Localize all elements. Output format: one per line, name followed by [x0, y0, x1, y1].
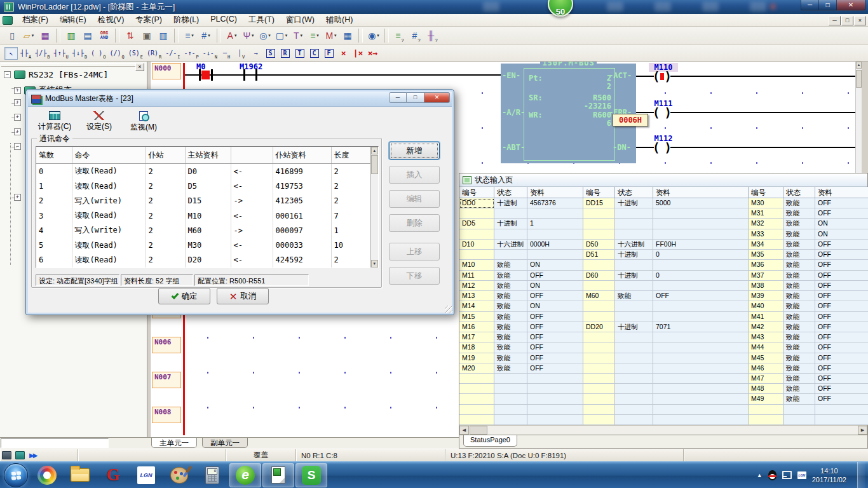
grid-cell[interactable]: M31	[749, 208, 783, 219]
s-function-tool[interactable]: S	[264, 47, 277, 60]
grid-cell[interactable]: M39	[749, 291, 783, 301]
grid-cell[interactable]: 十六进制	[494, 240, 527, 250]
network-config-icon[interactable]: ≡▾	[182, 28, 197, 43]
grid-cell[interactable]	[653, 332, 749, 342]
coil-not-tool[interactable]: (/)Q	[108, 47, 125, 60]
grid-cell[interactable]: OFF	[815, 301, 868, 311]
grid-cell[interactable]	[459, 405, 494, 415]
grid-cell[interactable]	[459, 229, 494, 240]
grid-cell[interactable]	[815, 405, 868, 415]
scroll-down-icon[interactable]: ▼	[371, 260, 379, 268]
grid-cell[interactable]	[653, 384, 749, 394]
grid-cell[interactable]	[615, 219, 653, 229]
close-button[interactable]: ✕	[837, 0, 865, 11]
grid-cell[interactable]: OFF	[815, 342, 868, 353]
grid-cell[interactable]	[653, 301, 749, 311]
wps-icon[interactable]: S	[295, 463, 327, 487]
hline-tool[interactable]: ─H	[220, 47, 233, 60]
scroll-up-icon[interactable]: ▲	[371, 147, 379, 154]
grid-cell[interactable]: 致能	[783, 291, 815, 301]
grid-cell[interactable]	[494, 208, 527, 219]
dropdown-arrow-icon[interactable]: ▾	[234, 33, 237, 38]
rung-label-box[interactable]: N000	[152, 63, 181, 79]
grid-cell[interactable]: M42	[749, 322, 783, 332]
grid-cell[interactable]	[653, 415, 749, 425]
grid-cell[interactable]: M43	[749, 332, 783, 342]
grid-cell[interactable]	[653, 374, 749, 384]
grid-cell[interactable]: M41	[749, 312, 783, 322]
grid-cell[interactable]: OFF	[527, 353, 583, 363]
grid-cell[interactable]: DD15	[583, 198, 615, 208]
delete-tool[interactable]: ×	[337, 47, 350, 60]
grid-cell[interactable]: 十进制	[615, 271, 653, 281]
grid-cell[interactable]: 致能	[494, 363, 527, 374]
grid-cell[interactable]: DD5	[459, 219, 494, 229]
grid-cell[interactable]	[615, 353, 653, 363]
tab-sub-unit[interactable]: 副单元一	[202, 438, 248, 448]
grid-cell[interactable]	[494, 229, 527, 240]
grid-cell[interactable]: 致能	[783, 342, 815, 353]
grid-cell[interactable]: 致能	[494, 312, 527, 322]
dialog-title-bar[interactable]: ModBus Master表格 - [23]	[28, 92, 452, 107]
status-help-icon[interactable]: ≡?	[392, 28, 407, 43]
rung-label-box[interactable]: N008	[152, 407, 181, 423]
coil-reset-tool[interactable]: (R)R	[146, 47, 163, 60]
sogou-browser-icon[interactable]	[31, 463, 63, 487]
grid-cell[interactable]: M49	[749, 394, 783, 404]
grid-cell[interactable]	[653, 219, 749, 229]
grid-cell[interactable]: ON	[815, 219, 868, 229]
grid-cell[interactable]	[459, 250, 494, 260]
grid-cell[interactable]	[653, 208, 749, 219]
data-table-icon[interactable]: ▦	[340, 28, 355, 43]
grid-cell[interactable]: FF00H	[653, 240, 749, 250]
grid-cell[interactable]	[653, 353, 749, 363]
resize-grip[interactable]	[445, 306, 452, 313]
grid-cell[interactable]	[583, 384, 615, 394]
dialog-minimize-button[interactable]: ─	[389, 92, 407, 103]
grid-cell[interactable]: 十进制	[494, 219, 527, 229]
grid-cell[interactable]	[583, 405, 615, 415]
grid-cell[interactable]	[527, 374, 583, 384]
save-icon[interactable]: ▦	[37, 28, 53, 43]
grid-cell[interactable]	[783, 405, 815, 415]
scroll-thumb[interactable]	[371, 155, 379, 174]
contact-bar[interactable]	[243, 69, 245, 81]
grid-cell[interactable]: 致能	[494, 281, 527, 291]
ok-button[interactable]: 确定	[158, 288, 210, 304]
grid-cell[interactable]	[583, 312, 615, 322]
table-vscrollbar[interactable]: ▲ ▼	[370, 147, 379, 268]
grid-cell[interactable]: 致能	[783, 332, 815, 342]
cancel-button[interactable]: ✕ 取消	[217, 288, 269, 304]
grid-cell[interactable]: OFF	[815, 394, 868, 404]
rung-label-box[interactable]: N007	[152, 372, 181, 388]
grid-cell[interactable]	[615, 260, 653, 270]
grid-cell[interactable]	[527, 229, 583, 240]
grid-cell[interactable]	[653, 342, 749, 353]
vline-tool[interactable]: │V	[234, 47, 248, 60]
ladder-help-icon[interactable]: #?	[409, 28, 424, 43]
grid-cell[interactable]	[527, 208, 583, 219]
grid-cell[interactable]: 致能	[783, 208, 815, 219]
contact-a-tool[interactable]: ┤├A	[19, 47, 32, 60]
tab-main-unit[interactable]: 主单元一	[151, 438, 197, 448]
dialog-close-button[interactable]: ✕	[424, 92, 450, 103]
menu-item-1[interactable]: 编辑(E)	[54, 13, 92, 27]
grid-cell[interactable]: M18	[459, 342, 494, 353]
io-swap-icon[interactable]: ⇅	[123, 28, 138, 43]
grid-cell[interactable]: OFF	[527, 332, 583, 342]
grid-cell[interactable]: DD0	[459, 198, 494, 208]
panel-grip[interactable]	[1, 63, 144, 67]
grid-cell[interactable]: M19	[459, 353, 494, 363]
grid-cell[interactable]: 致能	[783, 271, 815, 281]
menu-item-5[interactable]: PLC(C)	[205, 13, 243, 27]
grid-cell[interactable]: D51	[583, 250, 615, 260]
g-browser-icon[interactable]: G	[97, 463, 129, 487]
grid-cell[interactable]: ON	[815, 229, 868, 240]
dialog-toolbar-settings[interactable]: 设定(S)	[78, 111, 120, 137]
grid-cell[interactable]: M13	[459, 291, 494, 301]
grid-cell[interactable]: OFF	[815, 250, 868, 260]
grid-cell[interactable]	[494, 394, 527, 404]
command-row[interactable]: 4写入(write)2M60->0000971	[36, 223, 370, 238]
status-page-icon[interactable]: ≡▾	[307, 28, 322, 43]
probe-monitor-icon[interactable]: Ψ▾	[241, 28, 256, 43]
